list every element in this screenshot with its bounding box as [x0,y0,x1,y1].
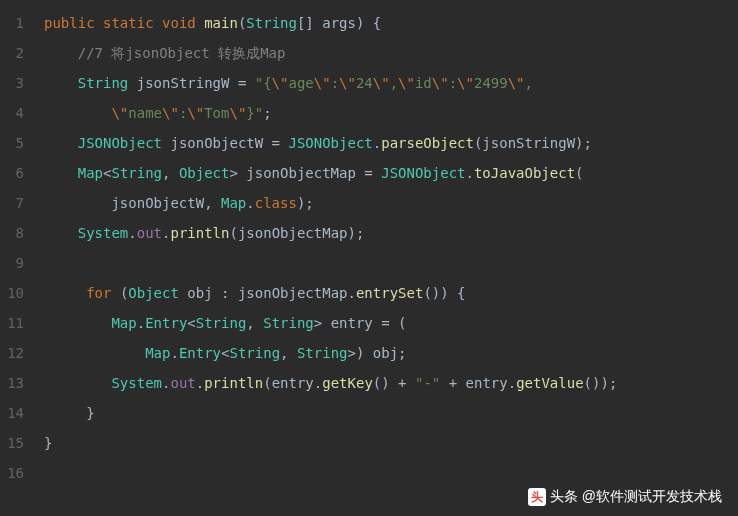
line-number: 4 [4,98,24,128]
line-number: 5 [4,128,24,158]
line-number: 16 [4,458,24,488]
code-editor: 1 2 3 4 5 6 7 8 9 10 11 12 13 14 15 16 p… [0,0,738,516]
line-number: 6 [4,158,24,188]
code-line: } [44,428,738,458]
code-line: JSONObject jsonObjectW = JSONObject.pars… [44,128,738,158]
line-number: 7 [4,188,24,218]
line-number: 15 [4,428,24,458]
watermark: 头 头条 @软件测试开发技术栈 [528,488,722,506]
code-line [44,248,738,278]
line-number-gutter: 1 2 3 4 5 6 7 8 9 10 11 12 13 14 15 16 [0,0,32,516]
code-line: \"name\":\"Tom\"}"; [44,98,738,128]
line-number: 14 [4,398,24,428]
code-line: //7 将jsonObject 转换成Map [44,38,738,68]
watermark-prefix: 头条 [550,488,578,506]
line-number: 8 [4,218,24,248]
code-line [44,458,738,488]
line-number: 9 [4,248,24,278]
code-line: System.out.println(entry.getKey() + "-" … [44,368,738,398]
code-line: } [44,398,738,428]
code-line: public static void main(String[] args) { [44,8,738,38]
line-number: 13 [4,368,24,398]
line-number: 3 [4,68,24,98]
code-line: System.out.println(jsonObjectMap); [44,218,738,248]
code-line: Map.Entry<String, String>) obj; [44,338,738,368]
toutiao-icon: 头 [528,488,546,506]
line-number: 12 [4,338,24,368]
line-number: 1 [4,8,24,38]
line-number: 2 [4,38,24,68]
code-line: Map.Entry<String, String> entry = ( [44,308,738,338]
code-line: Map<String, Object> jsonObjectMap = JSON… [44,158,738,188]
code-area[interactable]: public static void main(String[] args) {… [32,0,738,516]
line-number: 11 [4,308,24,338]
code-line: for (Object obj : jsonObjectMap.entrySet… [44,278,738,308]
code-line: String jsonStringW = "{\"age\":\"24\",\"… [44,68,738,98]
code-line: jsonObjectW, Map.class); [44,188,738,218]
line-number: 10 [4,278,24,308]
watermark-handle: @软件测试开发技术栈 [582,488,722,506]
